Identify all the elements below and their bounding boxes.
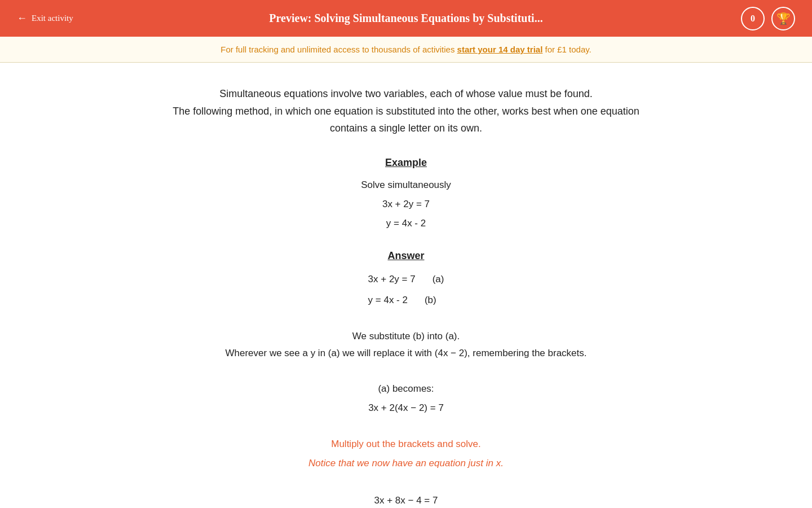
- answer-eq2-row: y = 4x - 2 (b): [368, 290, 444, 310]
- becomes-label: (a) becomes:: [45, 379, 767, 398]
- main-header: ← Exit activity Preview: Solving Simulta…: [0, 0, 812, 37]
- trophy-icon: 🏆: [776, 12, 791, 25]
- exit-arrow-icon: ←: [17, 12, 27, 24]
- banner-text-before: For full tracking and unlimited access t…: [220, 45, 457, 54]
- exit-activity-button[interactable]: ← Exit activity: [17, 12, 73, 24]
- substitute-line2: Wherever we see a y in (a) we will repla…: [45, 345, 767, 362]
- promo-banner: For full tracking and unlimited access t…: [0, 37, 812, 63]
- example-section: Example Solve simultaneously 3x + 2y = 7…: [45, 157, 767, 233]
- answer-eq2-label: (b): [425, 290, 436, 310]
- highlight-line1: Multiply out the brackets and solve.: [45, 435, 767, 454]
- highlight-section: Multiply out the brackets and solve. Not…: [45, 435, 767, 473]
- banner-text-after: for £1 today.: [545, 45, 592, 54]
- main-content: Simultaneous equations involve two varia…: [0, 63, 812, 508]
- intro-line3: contains a single letter on its own.: [45, 120, 767, 137]
- answer-section: Answer 3x + 2y = 7 (a) y = 4x - 2 (b): [45, 250, 767, 311]
- page-title: Preview: Solving Simultaneous Equations …: [269, 12, 542, 25]
- answer-equations-block: 3x + 2y = 7 (a) y = 4x - 2 (b): [368, 269, 444, 311]
- becomes-equation: 3x + 2(4x − 2) = 7: [45, 398, 767, 418]
- score-badge: 0: [741, 7, 765, 30]
- substitute-line1: We substitute (b) into (a).: [45, 328, 767, 345]
- final-eq1: 3x + 8x − 4 = 7: [45, 490, 767, 508]
- trial-link[interactable]: start your 14 day trial: [457, 45, 543, 54]
- answer-heading: Answer: [45, 250, 767, 262]
- example-eq1: 3x + 2y = 7: [45, 195, 767, 214]
- final-math-section: 3x + 8x − 4 = 7: [45, 490, 767, 508]
- intro-line1: Simultaneous equations involve two varia…: [45, 85, 767, 103]
- substitute-section: We substitute (b) into (a). Wherever we …: [45, 328, 767, 362]
- exit-activity-label: Exit activity: [32, 14, 73, 23]
- answer-eq1-row: 3x + 2y = 7 (a): [368, 269, 444, 290]
- answer-eq1-label: (a): [433, 269, 444, 290]
- intro-line2: The following method, in which one equat…: [45, 103, 767, 120]
- trophy-badge[interactable]: 🏆: [771, 7, 795, 30]
- intro-block: Simultaneous equations involve two varia…: [45, 85, 767, 137]
- becomes-section: (a) becomes: 3x + 2(4x − 2) = 7: [45, 379, 767, 418]
- answer-eq2: y = 4x - 2: [368, 290, 408, 310]
- score-value: 0: [751, 14, 755, 24]
- answer-eq1: 3x + 2y = 7: [368, 269, 416, 290]
- example-eq2: y = 4x - 2: [45, 214, 767, 233]
- highlight-line2: Notice that we now have an equation just…: [45, 454, 767, 473]
- example-heading: Example: [45, 157, 767, 169]
- solve-simultaneously-label: Solve simultaneously: [45, 176, 767, 195]
- header-right-controls: 0 🏆: [741, 7, 795, 30]
